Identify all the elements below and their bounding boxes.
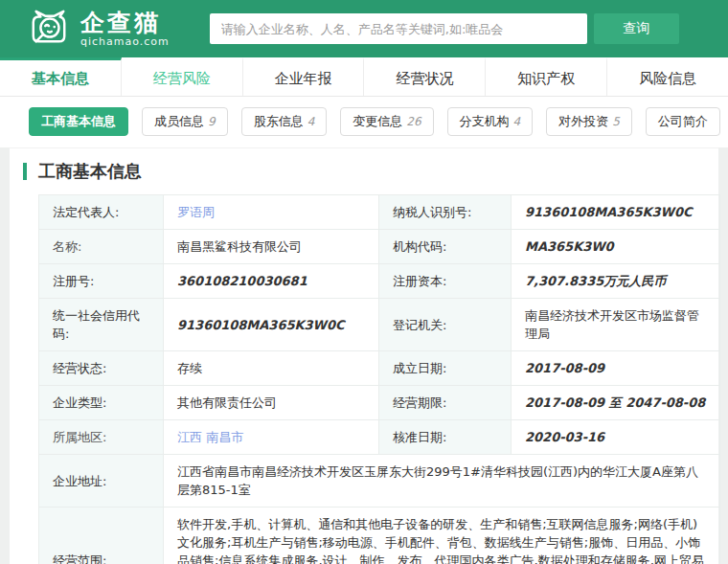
field-label-approval-date: 核准日期:: [379, 420, 512, 455]
field-label-company-address: 企业地址:: [39, 455, 164, 508]
table-row: 所属地区: 江西 南昌市 核准日期: 2020-03-16: [39, 420, 720, 455]
field-value-legal-representative: 罗语周: [164, 195, 379, 230]
subtab-label: 变更信息: [353, 114, 402, 128]
field-value-unified-social-credit-code: 91360108MA365K3W0C: [164, 299, 379, 351]
subtab-changes[interactable]: 变更信息26: [340, 107, 433, 136]
field-value-company-name: 南昌黑鲨科技有限公司: [164, 230, 379, 264]
brand-domain: qichamao.com: [80, 35, 170, 48]
tab-intellectual-property[interactable]: 知识产权: [486, 57, 607, 96]
field-value-operating-period: 2017-08-09 至 2047-08-08: [512, 386, 720, 420]
page-background: 工商基本信息 法定代表人: 罗语周 纳税人识别号: 91360108MA365K…: [0, 147, 728, 564]
field-label-operating-period: 经营期限:: [379, 386, 512, 420]
search-bar: 查询: [210, 13, 679, 44]
tab-annual-report[interactable]: 企业年报: [243, 57, 365, 96]
field-label-company-name: 名称:: [39, 230, 164, 264]
field-value-approval-date: 2020-03-16: [512, 420, 720, 455]
table-row: 名称: 南昌黑鲨科技有限公司 机构代码: MA365K3W0: [39, 230, 720, 264]
establishment-date-value: 2017-08-09: [525, 361, 604, 375]
table-row: 统一社会信用代码: 91360108MA365K3W0C 登记机关: 南昌经济技…: [39, 299, 720, 351]
field-label-org-code: 机构代码:: [379, 230, 512, 264]
table-row: 经营状态: 存续 成立日期: 2017-08-09: [39, 351, 720, 386]
subtab-bar: 工商基本信息 成员信息9 股东信息4 变更信息26 分支机构4 对外投资5 公司…: [0, 97, 728, 147]
field-value-company-address: 江西省南昌市南昌经济技术开发区玉屏东大街299号1#清华科技园(江西)内的华江大…: [164, 455, 720, 508]
subtab-company-profile[interactable]: 公司简介: [646, 107, 720, 136]
subtab-label: 成员信息: [154, 114, 204, 128]
tab-risk-info[interactable]: 风险信息: [607, 57, 728, 96]
subtab-members[interactable]: 成员信息9: [142, 107, 228, 136]
subtab-count: 5: [612, 115, 620, 128]
field-label-legal-representative: 法定代表人:: [39, 195, 164, 230]
search-button[interactable]: 查询: [594, 13, 679, 44]
field-value-taxpayer-id: 91360108MA365K3W0C: [512, 195, 720, 230]
field-label-registered-capital: 注册资本:: [379, 264, 512, 299]
site-logo[interactable]: 企查猫 qichamao.com: [27, 9, 170, 49]
field-label-region: 所属地区:: [39, 420, 164, 455]
field-value-region: 江西 南昌市: [164, 420, 379, 455]
field-value-registered-capital: 7,307.8335万元人民币: [512, 264, 720, 299]
field-value-establishment-date: 2017-08-09: [512, 351, 720, 386]
field-value-org-code: MA365K3W0: [512, 230, 720, 264]
field-value-registration-authority: 南昌经济技术开发区市场监督管理局: [512, 299, 720, 351]
tab-business-risk[interactable]: 经营风险: [122, 57, 243, 96]
field-value-registration-number: 360108210030681: [164, 264, 379, 299]
approval-date-value: 2020-03-16: [525, 430, 604, 444]
tab-basic-info[interactable]: 基本信息: [0, 57, 122, 96]
registered-capital-value: 7,307.8335万元人民币: [525, 274, 666, 288]
subtab-count: 9: [208, 115, 216, 128]
registration-number-value: 360108210030681: [177, 274, 307, 288]
subtab-label: 分支机构: [460, 114, 510, 128]
legal-representative-link[interactable]: 罗语周: [177, 205, 215, 219]
table-row: 法定代表人: 罗语周 纳税人识别号: 91360108MA365K3W0C: [39, 195, 720, 230]
subtab-count: 4: [307, 115, 315, 128]
field-label-business-scope: 经营范围:: [39, 508, 164, 564]
field-label-unified-social-credit-code: 统一社会信用代码:: [39, 299, 164, 351]
table-row: 企业地址: 江西省南昌市南昌经济技术开发区玉屏东大街299号1#清华科技园(江西…: [39, 455, 720, 508]
subtab-outbound-investment[interactable]: 对外投资5: [546, 107, 632, 136]
table-row: 企业类型: 其他有限责任公司 经营期限: 2017-08-09 至 2047-0…: [39, 386, 720, 420]
business-info-table: 法定代表人: 罗语周 纳税人识别号: 91360108MA365K3W0C 名称…: [38, 194, 720, 564]
subtab-count: 4: [513, 115, 521, 128]
title-accent-bar: [23, 163, 27, 180]
region-link[interactable]: 江西 南昌市: [177, 430, 243, 444]
operating-period-value: 2017-08-09 至 2047-08-08: [525, 395, 705, 410]
field-value-company-type: 其他有限责任公司: [164, 386, 379, 420]
site-header: 企查猫 qichamao.com 查询: [0, 0, 728, 57]
field-value-operating-status: 存续: [164, 351, 379, 386]
field-label-taxpayer-id: 纳税人识别号:: [379, 195, 512, 230]
subtab-count: 26: [406, 115, 421, 128]
tab-operating-status[interactable]: 经营状况: [364, 57, 486, 96]
main-tabbar: 基本信息 经营风险 企业年报 经营状况 知识产权 风险信息: [0, 57, 728, 97]
section-title-text: 工商基本信息: [38, 160, 142, 183]
subtab-shareholders[interactable]: 股东信息4: [241, 107, 328, 136]
subtab-business-registration[interactable]: 工商基本信息: [29, 107, 128, 136]
subtab-label: 股东信息: [254, 114, 304, 128]
cat-magnifier-icon: [27, 9, 71, 49]
subtab-label: 对外投资: [558, 114, 608, 128]
section-title: 工商基本信息: [23, 160, 711, 183]
brand-name: 企查猫: [80, 11, 170, 35]
table-row: 经营范围: 软件开发,手机、计算机、通信和其他电子设备的研发、生产和销售;互联网…: [39, 508, 720, 564]
subtab-label: 公司简介: [658, 114, 708, 128]
subtab-branches[interactable]: 分支机构4: [447, 107, 534, 136]
credit-code-value: 91360108MA365K3W0C: [177, 318, 345, 332]
field-value-business-scope: 软件开发,手机、计算机、通信和其他电子设备的研发、生产和销售;互联网信息服务;网…: [164, 508, 720, 564]
business-info-card: 工商基本信息 法定代表人: 罗语周 纳税人识别号: 91360108MA365K…: [10, 147, 718, 564]
taxpayer-id-value: 91360108MA365K3W0C: [525, 205, 693, 219]
search-input[interactable]: [210, 13, 587, 44]
field-label-registration-number: 注册号:: [39, 264, 164, 299]
field-label-registration-authority: 登记机关:: [379, 299, 512, 351]
field-label-company-type: 企业类型:: [39, 386, 164, 420]
business-scope-text: 软件开发,手机、计算机、通信和其他电子设备的研发、生产和销售;互联网信息服务;网…: [177, 517, 704, 564]
subtab-label: 工商基本信息: [41, 114, 116, 128]
org-code-value: MA365K3W0: [525, 239, 614, 254]
table-row: 注册号: 360108210030681 注册资本: 7,307.8335万元人…: [39, 264, 720, 299]
field-label-establishment-date: 成立日期:: [379, 351, 512, 386]
field-label-operating-status: 经营状态:: [39, 351, 164, 386]
